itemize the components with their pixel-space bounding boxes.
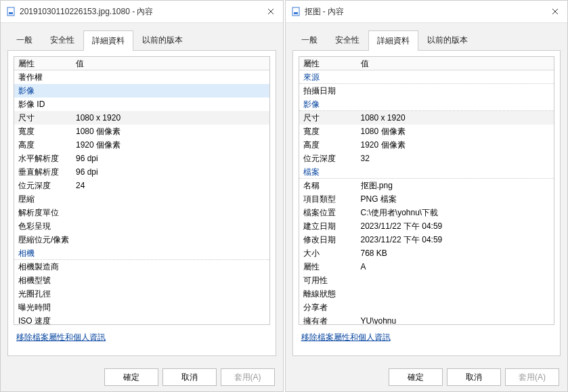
property-row[interactable]: 壓縮 <box>14 192 269 206</box>
header-key: 屬性 <box>303 58 361 70</box>
titlebar: 20191030110226153.jpg.1080 - 內容 <box>1 1 283 23</box>
section-row[interactable]: 影像 <box>14 84 269 97</box>
tab-previous[interactable]: 以前的版本 <box>418 30 477 50</box>
property-name: 解析度單位 <box>18 206 76 219</box>
property-row[interactable]: 水平解析度96 dpi <box>14 152 269 165</box>
cancel-button[interactable]: 取消 <box>162 368 217 386</box>
header-key: 屬性 <box>18 58 76 70</box>
property-row[interactable]: 大小768 KB <box>299 246 554 260</box>
property-name: 寬度 <box>303 125 361 137</box>
property-name: 離線狀態 <box>303 288 361 300</box>
svg-rect-3 <box>294 12 298 14</box>
property-name: 檔案位置 <box>303 206 361 219</box>
property-row[interactable]: 相機製造商 <box>14 260 269 274</box>
property-row[interactable]: 分享者 <box>299 301 554 314</box>
property-row[interactable]: 尺寸1080 x 1920 <box>14 111 269 125</box>
cancel-button[interactable]: 取消 <box>447 368 501 386</box>
property-value: PNG 檔案 <box>361 193 550 205</box>
property-name: 修改日期 <box>303 234 361 246</box>
property-row[interactable]: 寬度1080 個像素 <box>299 125 554 138</box>
property-row[interactable]: 著作權 <box>14 70 269 84</box>
property-row[interactable]: 檔案位置C:\使用者\yohnu\下載 <box>299 206 554 219</box>
button-bar: 確定 取消 套用(A) <box>286 363 568 391</box>
tab-details[interactable]: 詳細資料 <box>83 30 133 51</box>
property-row[interactable]: 可用性 <box>299 274 554 287</box>
property-row[interactable]: 項目類型PNG 檔案 <box>299 192 554 206</box>
link-area: 移除檔案屬性和個人資訊 <box>14 325 270 350</box>
tab-previous[interactable]: 以前的版本 <box>133 30 192 50</box>
property-row[interactable]: 修改日期2023/11/22 下午 04:59 <box>299 233 554 246</box>
property-row[interactable]: 建立日期2023/11/22 下午 04:59 <box>299 219 554 233</box>
properties-list[interactable]: 屬性 值 著作權影像影像 ID尺寸1080 x 1920寬度1080 個像素高度… <box>14 56 270 325</box>
property-name: 建立日期 <box>303 220 361 232</box>
property-value: A <box>361 261 550 273</box>
property-value: 1080 個像素 <box>361 125 550 137</box>
property-row[interactable]: 曝光時間 <box>14 301 269 314</box>
property-name: 屬性 <box>303 261 361 273</box>
close-button[interactable] <box>548 5 562 18</box>
tab-security[interactable]: 安全性 <box>326 30 368 50</box>
property-name: 壓縮位元/像素 <box>18 234 76 246</box>
property-row[interactable]: 名稱抠图.png <box>299 179 554 192</box>
property-row[interactable]: 高度1920 個像素 <box>14 138 269 152</box>
properties-list[interactable]: 屬性 值 來源拍攝日期影像尺寸1080 x 1920寬度1080 個像素高度19… <box>299 56 555 325</box>
property-value: 2023/11/22 下午 04:59 <box>361 234 550 246</box>
close-button[interactable] <box>264 5 278 18</box>
property-value: 2023/11/22 下午 04:59 <box>361 220 550 232</box>
apply-button[interactable]: 套用(A) <box>505 368 559 386</box>
property-name: 名稱 <box>303 179 361 192</box>
property-row[interactable]: ISO 速度 <box>14 314 269 325</box>
property-name: 水平解析度 <box>18 152 76 165</box>
property-name: 尺寸 <box>303 112 361 124</box>
section-row[interactable]: 來源 <box>299 70 554 84</box>
property-name: 影像 <box>18 85 76 97</box>
property-row[interactable]: 解析度單位 <box>14 206 269 219</box>
property-row[interactable]: 壓縮位元/像素 <box>14 233 269 246</box>
property-row[interactable]: 影像 ID <box>14 97 269 111</box>
property-row[interactable]: 擁有者YU\yohnu <box>299 314 554 325</box>
property-value: 24 <box>76 179 265 192</box>
property-value: YU\yohnu <box>361 315 550 325</box>
property-name: 垂直解析度 <box>18 166 76 178</box>
property-row[interactable]: 屬性A <box>299 260 554 274</box>
property-value: C:\使用者\yohnu\下載 <box>361 206 550 219</box>
property-name: ISO 速度 <box>18 315 76 325</box>
list-header: 屬性 值 <box>299 57 554 70</box>
tab-content: 屬性 值 來源拍攝日期影像尺寸1080 x 1920寬度1080 個像素高度19… <box>292 50 561 356</box>
property-row[interactable]: 相機型號 <box>14 274 269 287</box>
property-row[interactable]: 離線狀態 <box>299 287 554 301</box>
tab-content: 屬性 值 著作權影像影像 ID尺寸1080 x 1920寬度1080 個像素高度… <box>7 50 276 356</box>
property-name: 擁有者 <box>303 315 361 325</box>
apply-button[interactable]: 套用(A) <box>221 368 275 386</box>
property-row[interactable]: 色彩呈現 <box>14 219 269 233</box>
property-value: 1920 個像素 <box>76 139 265 151</box>
property-row[interactable]: 位元深度24 <box>14 179 269 192</box>
tab-security[interactable]: 安全性 <box>41 30 83 50</box>
remove-properties-link[interactable]: 移除檔案屬性和個人資訊 <box>16 332 106 342</box>
property-row[interactable]: 高度1920 個像素 <box>299 138 554 152</box>
section-row[interactable]: 相機 <box>14 246 269 260</box>
property-name: 項目類型 <box>303 193 361 205</box>
tab-details[interactable]: 詳細資料 <box>368 30 418 51</box>
property-name: 檔案 <box>303 166 361 178</box>
ok-button[interactable]: 確定 <box>104 368 158 386</box>
property-row[interactable]: 尺寸1080 x 1920 <box>299 111 554 125</box>
tab-general[interactable]: 一般 <box>292 30 326 50</box>
property-value: 96 dpi <box>76 152 265 165</box>
property-row[interactable]: 寬度1080 個像素 <box>14 125 269 138</box>
properties-dialog-right: 抠图 - 內容 一般 安全性 詳細資料 以前的版本 屬性 值 來源拍攝日期影像尺… <box>285 0 569 392</box>
property-name: 高度 <box>303 139 361 151</box>
window-title: 抠图 - 內容 <box>305 6 549 18</box>
section-row[interactable]: 檔案 <box>299 165 554 179</box>
remove-properties-link[interactable]: 移除檔案屬性和個人資訊 <box>301 332 391 342</box>
property-name: 尺寸 <box>18 112 76 124</box>
section-row[interactable]: 影像 <box>299 97 554 111</box>
property-row[interactable]: 拍攝日期 <box>299 84 554 97</box>
ok-button[interactable]: 確定 <box>389 368 443 386</box>
property-row[interactable]: 位元深度32 <box>299 152 554 165</box>
property-row[interactable]: 垂直解析度96 dpi <box>14 165 269 179</box>
titlebar: 抠图 - 內容 <box>286 1 568 23</box>
property-name: 光圈孔徑 <box>18 288 76 300</box>
property-row[interactable]: 光圈孔徑 <box>14 287 269 301</box>
tab-general[interactable]: 一般 <box>7 30 41 50</box>
